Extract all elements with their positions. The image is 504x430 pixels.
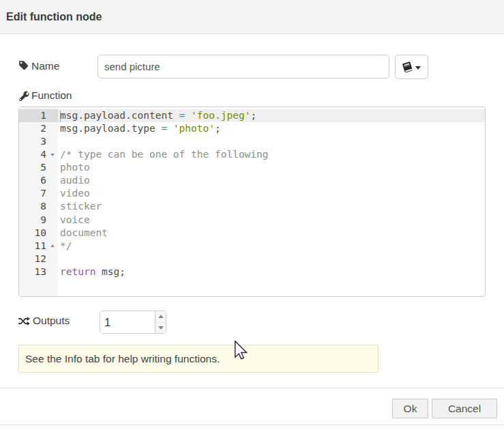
name-input[interactable] xyxy=(98,55,389,78)
gutter-line-number: 12 xyxy=(19,253,58,266)
code-line[interactable]: voice xyxy=(58,214,485,227)
function-code-editor[interactable]: 12345678910111213 msg.payload.content = … xyxy=(18,106,486,297)
editor-gutter: 12345678910111213 xyxy=(19,107,58,296)
code-token-comment: */ xyxy=(60,240,72,251)
gutter-line-number: 7 xyxy=(19,187,58,200)
code-token-op: = xyxy=(161,123,167,134)
code-token-comment: document xyxy=(60,227,108,238)
outputs-spinner xyxy=(100,311,166,334)
dialog-buttonpane: Ok Cancel xyxy=(0,388,504,425)
info-tip: See the Info tab for help writing functi… xyxy=(18,345,379,373)
editor-content[interactable]: msg.payload.content = 'foo.jpeg';msg.pay… xyxy=(58,107,485,296)
gutter-line-number: 10 xyxy=(19,227,58,240)
code-token-id: msg.payload.type xyxy=(60,123,155,134)
gutter-line-number: 2 xyxy=(19,122,58,135)
outputs-input[interactable] xyxy=(100,311,155,333)
gutter-line-number: 8 xyxy=(19,200,58,213)
code-token-plain xyxy=(173,110,179,121)
gutter-line-number: 3 xyxy=(19,135,58,148)
gutter-line-number: 4 xyxy=(19,148,58,161)
spinner-buttons xyxy=(155,311,166,333)
code-token-plain: msg; xyxy=(95,266,125,277)
code-token-plain xyxy=(167,123,173,134)
code-token-comment: /* type can be one of the following xyxy=(60,149,269,160)
code-token-comment: sticker xyxy=(60,201,102,212)
gutter-line-number: 9 xyxy=(19,214,58,227)
gutter-line-number: 11 xyxy=(19,240,58,253)
gutter-line-number: 5 xyxy=(19,161,58,174)
page-background xyxy=(0,425,504,430)
code-line[interactable] xyxy=(58,135,485,148)
gutter-line-number: 1 xyxy=(19,109,58,122)
code-token-str: 'photo' xyxy=(173,123,215,134)
code-line[interactable]: video xyxy=(58,187,485,200)
code-token-comment: video xyxy=(60,188,90,199)
outputs-label: Outputs xyxy=(33,315,70,326)
code-line[interactable]: photo xyxy=(58,161,485,174)
code-token-id: msg.payload.content xyxy=(60,110,173,121)
code-line[interactable] xyxy=(58,253,485,266)
code-token-str: 'foo.jpeg' xyxy=(191,110,250,121)
code-token-comment: voice xyxy=(60,214,90,225)
fold-caret-down-icon[interactable] xyxy=(50,154,55,156)
code-line[interactable]: sticker xyxy=(58,200,485,213)
triangle-down-icon xyxy=(158,326,164,330)
code-token-comment: audio xyxy=(60,175,90,186)
code-line[interactable]: msg.payload.content = 'foo.jpeg'; xyxy=(58,109,485,122)
library-button[interactable] xyxy=(395,55,428,79)
code-token-plain: ; xyxy=(250,110,256,121)
code-line[interactable]: audio xyxy=(58,174,485,187)
code-token-plain: ; xyxy=(215,123,221,134)
dialog-titlebar: Edit function node xyxy=(0,0,504,34)
code-token-plain xyxy=(185,110,191,121)
code-line[interactable]: document xyxy=(58,227,485,240)
spinner-down-button[interactable] xyxy=(155,322,166,333)
code-token-comment: photo xyxy=(60,162,90,173)
code-line[interactable]: msg.payload.type = 'photo'; xyxy=(58,122,485,135)
code-token-kw: return xyxy=(60,266,95,277)
function-label: Function xyxy=(31,90,72,101)
wrench-icon xyxy=(18,91,29,102)
spinner-up-button[interactable] xyxy=(155,311,166,322)
gutter-line-number: 6 xyxy=(19,174,58,187)
tag-icon xyxy=(18,60,29,70)
book-icon xyxy=(402,61,413,73)
text-cursor xyxy=(60,111,61,122)
caret-down-icon xyxy=(415,66,421,70)
gutter-line-number: 13 xyxy=(19,266,58,278)
shuffle-icon xyxy=(18,317,30,326)
triangle-up-icon xyxy=(158,315,164,318)
ok-button[interactable]: Ok xyxy=(392,399,428,418)
code-line[interactable]: return msg; xyxy=(58,266,485,278)
code-line[interactable]: */ xyxy=(58,240,485,253)
dialog-title: Edit function node xyxy=(6,0,102,33)
fold-caret-up-icon[interactable] xyxy=(50,244,55,247)
cancel-button[interactable]: Cancel xyxy=(432,399,497,418)
code-line[interactable]: /* type can be one of the following xyxy=(58,148,485,161)
name-label: Name xyxy=(31,61,59,72)
